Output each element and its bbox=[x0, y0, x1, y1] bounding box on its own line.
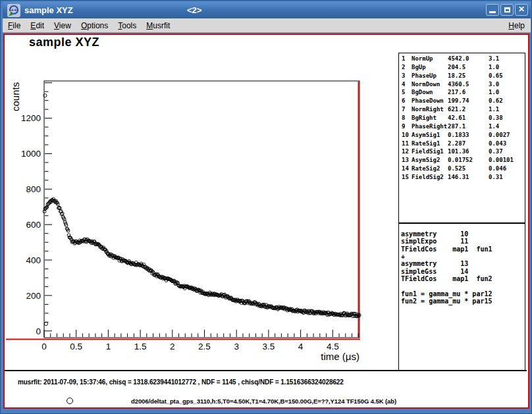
parameter-val: 101.36 bbox=[448, 147, 469, 156]
data-point-series bbox=[43, 94, 361, 326]
parameter-val: 0.1833 bbox=[448, 131, 469, 140]
menu-item-view[interactable]: View bbox=[54, 21, 71, 30]
parameter-val: 217.6 bbox=[448, 88, 466, 97]
root-app-icon[interactable]: ++ bbox=[7, 4, 20, 17]
data-point bbox=[44, 322, 47, 325]
y-tick-label: 1200 bbox=[21, 113, 41, 123]
parameter-err: 0.046 bbox=[489, 165, 506, 173]
parameter-name: NormDown bbox=[412, 80, 440, 89]
parameter-name: BgUp bbox=[412, 63, 426, 72]
title-bar[interactable]: ++ sample XYZ <2> ✕ bbox=[3, 2, 531, 18]
plot-frame bbox=[44, 81, 359, 338]
parameter-err: 0.0027 bbox=[489, 131, 510, 140]
parameter-val: 287.1 bbox=[448, 122, 466, 131]
menu-bar: FileEditViewOptionsToolsMusrfitHelp bbox=[3, 18, 531, 33]
parameter-name: PhaseDown bbox=[412, 97, 444, 105]
parameter-name: AsymSig2 bbox=[412, 156, 440, 165]
parameter-num: 1 bbox=[402, 55, 405, 63]
menu-item-edit[interactable]: Edit bbox=[30, 21, 44, 30]
parameter-num: 6 bbox=[402, 97, 405, 105]
parameter-err: 1.0 bbox=[489, 88, 499, 97]
parameter-num: 5 bbox=[402, 88, 405, 97]
parameter-row: 9PhaseRight287.11.4 bbox=[399, 122, 525, 131]
fit-info-line: musrfit: 2011-07-09, 15:37:46, chisq = 1… bbox=[18, 378, 344, 386]
run-legend-marker-icon bbox=[66, 398, 73, 404]
x-axis-title: time (μs) bbox=[321, 351, 359, 362]
parameter-err: 0.62 bbox=[489, 97, 503, 105]
parameter-row: 14RateSig20.5250.046 bbox=[399, 165, 525, 173]
parameter-row: 5BgDown217.61.0 bbox=[399, 88, 525, 97]
x-tick-label: 0 bbox=[41, 342, 47, 351]
root-canvas[interactable]: sample XYZ 02004006008001000120000.511.5… bbox=[3, 34, 529, 409]
parameter-num: 8 bbox=[402, 114, 405, 122]
y-tick-label: 400 bbox=[26, 255, 41, 265]
menu-item-options[interactable]: Options bbox=[81, 21, 108, 30]
parameter-name: BgDown bbox=[412, 88, 433, 97]
x-tick-label: 0.5 bbox=[70, 342, 82, 351]
menu-item-musrfit[interactable]: Musrfit bbox=[146, 21, 170, 30]
minimize-button[interactable] bbox=[486, 4, 499, 16]
parameter-row: 12FieldSig1101.360.37 bbox=[399, 147, 525, 156]
parameter-num: 15 bbox=[402, 173, 409, 182]
parameter-row: 7NormRight621.21.1 bbox=[399, 105, 525, 114]
parameter-num: 13 bbox=[402, 156, 409, 165]
maximize-button[interactable] bbox=[500, 4, 514, 16]
run-title-line: d2006/deltat_pta_gps_3110,h:5,T0=4.50K,T… bbox=[131, 398, 394, 405]
parameter-err: 1.1 bbox=[489, 105, 499, 114]
parameter-row: 1NormUp4542.03.1 bbox=[399, 55, 525, 63]
parameter-err: 0.37 bbox=[489, 147, 503, 156]
parameter-err: 1.4 bbox=[489, 122, 499, 131]
menu-item-help[interactable]: Help bbox=[508, 21, 525, 30]
x-tick-label: 3.5 bbox=[263, 342, 275, 351]
parameter-row: 2BgUp204.51.0 bbox=[399, 63, 525, 72]
parameter-err: 3.0 bbox=[489, 80, 499, 89]
parameter-err: 0.043 bbox=[489, 140, 506, 148]
info-pad-separator bbox=[5, 370, 527, 371]
parameter-row: 10AsymSig10.18330.0027 bbox=[399, 131, 525, 140]
theory-lines: asymmetry 10 simplExpo 11 TFieldCos map1… bbox=[401, 230, 492, 305]
parameter-name: FieldSig1 bbox=[412, 147, 444, 156]
parameter-row: 8BgRight42.610.38 bbox=[399, 114, 525, 122]
close-button[interactable]: ✕ bbox=[515, 4, 528, 16]
parameter-name: NormRight bbox=[412, 105, 444, 114]
x-tick-label: 3 bbox=[234, 342, 239, 351]
parameter-val: 146.31 bbox=[448, 173, 469, 182]
x-tick-label: 4 bbox=[298, 342, 304, 351]
y-tick-label: 800 bbox=[26, 184, 41, 194]
x-tick-label: 4.5 bbox=[327, 342, 339, 351]
x-tick-label: 2.5 bbox=[198, 342, 211, 351]
x-tick-label: 1 bbox=[106, 342, 111, 351]
svg-text:++: ++ bbox=[11, 7, 17, 13]
x-tick-label: 1.5 bbox=[134, 342, 147, 351]
parameter-box: 1NormUp4542.03.12BgUp204.51.03PhaseUp18.… bbox=[398, 53, 525, 223]
parameter-name: BgRight bbox=[412, 114, 437, 122]
parameter-err: 0.65 bbox=[489, 72, 503, 80]
parameter-val: 4360.5 bbox=[448, 80, 469, 89]
parameter-name: PhaseUp bbox=[412, 72, 437, 80]
maximize-icon bbox=[504, 7, 510, 13]
parameter-err: 0.31 bbox=[489, 173, 503, 182]
close-icon: ✕ bbox=[518, 5, 525, 14]
parameter-err: 0.38 bbox=[489, 114, 503, 122]
parameter-val: 204.5 bbox=[448, 63, 466, 72]
y-axis-title: counts bbox=[10, 82, 21, 111]
parameter-err: 0.00101 bbox=[489, 156, 514, 165]
parameter-num: 10 bbox=[402, 131, 409, 140]
parameter-num: 11 bbox=[402, 140, 409, 148]
parameter-name: FieldSig2 bbox=[412, 173, 444, 182]
parameter-val: 0.525 bbox=[448, 165, 466, 173]
parameter-num: 2 bbox=[402, 63, 405, 72]
parameter-row: 11RateSig12.2870.043 bbox=[399, 140, 525, 148]
menu-item-file[interactable]: File bbox=[8, 21, 20, 30]
parameter-name: NormUp bbox=[412, 55, 433, 63]
y-tick-label: 200 bbox=[26, 291, 41, 301]
menu-item-tools[interactable]: Tools bbox=[118, 21, 136, 30]
parameter-val: 2.287 bbox=[448, 140, 466, 148]
parameter-val: 621.2 bbox=[448, 105, 466, 114]
window-title: sample XYZ bbox=[24, 5, 73, 15]
x-tick-label: 2 bbox=[170, 342, 175, 351]
parameter-num: 9 bbox=[402, 122, 405, 131]
parameter-err: 3.1 bbox=[489, 55, 499, 63]
parameter-row: 4NormDown4360.53.0 bbox=[399, 80, 525, 89]
parameter-name: PhaseRight bbox=[412, 122, 447, 131]
